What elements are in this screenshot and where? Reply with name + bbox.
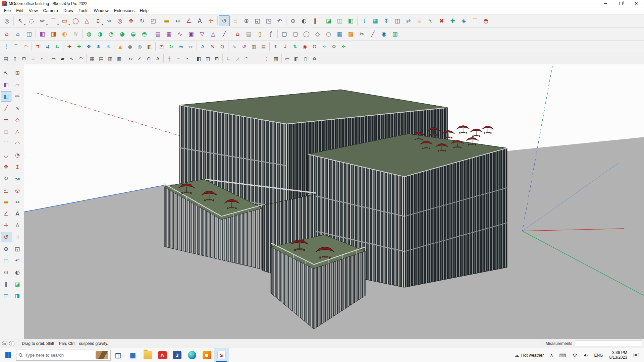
jhs-powerbar[interactable]: ƒ bbox=[265, 28, 276, 39]
previous-view-tool[interactable]: ↶ bbox=[274, 15, 285, 26]
frame-profile[interactable]: ▭ bbox=[49, 54, 58, 63]
solid-split[interactable]: ◓ bbox=[139, 28, 150, 39]
sandbox-add-detail[interactable]: △ bbox=[208, 28, 219, 39]
ext-smart-flatten[interactable]: ▦ bbox=[370, 15, 381, 26]
shape-circle[interactable]: ◯ bbox=[301, 28, 312, 39]
solid-intersect[interactable]: ◒ bbox=[128, 28, 139, 39]
pan-tool[interactable]: ☝ bbox=[12, 232, 23, 242]
protractor-tool[interactable]: ∠ bbox=[183, 15, 194, 26]
sandbox-from-scratch[interactable]: ▦ bbox=[163, 28, 174, 39]
file-explorer-app[interactable] bbox=[140, 348, 155, 362]
dim-linear[interactable]: ↔ bbox=[126, 54, 135, 63]
menu-camera[interactable]: Camera bbox=[41, 8, 61, 14]
ext-align[interactable]: ≡ bbox=[414, 15, 425, 26]
circle-tool[interactable]: ○ bbox=[1, 126, 11, 137]
shape-ellipse[interactable]: ○ bbox=[323, 28, 334, 39]
push-pull-tool[interactable]: ↥▾ bbox=[92, 15, 103, 26]
ext-hole-punch[interactable]: ◉ bbox=[378, 28, 389, 39]
primitive-box[interactable]: ◧ bbox=[145, 42, 154, 52]
add-vertex-green[interactable]: ✚ bbox=[74, 42, 84, 52]
clock[interactable]: 3:36 PM 8/13/2023 bbox=[606, 348, 631, 362]
gear-options[interactable]: ✿ bbox=[329, 42, 339, 52]
component-browser[interactable]: ◧ bbox=[1, 91, 11, 102]
fredo-scale[interactable]: ◰ bbox=[157, 42, 166, 52]
primitive-cone[interactable]: ▲ bbox=[115, 42, 125, 52]
previous-view-tool[interactable]: ↶ bbox=[12, 255, 23, 266]
extrude-profile[interactable]: ▰ bbox=[58, 54, 67, 63]
measurements-input[interactable] bbox=[575, 341, 642, 347]
3d-text-tool[interactable]: A bbox=[12, 220, 23, 231]
3d-warehouse[interactable]: ⌂ bbox=[1, 28, 12, 39]
move-vertex-blue[interactable]: ✥ bbox=[84, 42, 94, 52]
action-center-button[interactable] bbox=[631, 348, 642, 362]
menu-edit[interactable]: Edit bbox=[13, 8, 26, 14]
rectangle-tool[interactable]: ▭ bbox=[1, 115, 11, 125]
section-fill-toggle[interactable]: ◧ bbox=[345, 15, 356, 26]
ext-scissors[interactable]: ✂ bbox=[356, 28, 367, 39]
offset-tool[interactable]: ◎ bbox=[114, 15, 125, 26]
solid-subtract[interactable]: ◔ bbox=[106, 28, 117, 39]
axes-helper[interactable]: ✛ bbox=[339, 42, 348, 52]
joint-push-pull[interactable]: ⇈ bbox=[33, 42, 43, 52]
select-tool[interactable]: ↖▾ bbox=[15, 15, 26, 26]
menu-help[interactable]: Help bbox=[137, 8, 151, 14]
arch-window[interactable]: ⊞ bbox=[19, 54, 29, 63]
arch-wall[interactable]: ▤ bbox=[1, 54, 10, 63]
thaw-snowflake[interactable]: ✼ bbox=[103, 42, 113, 52]
scale-tool[interactable]: ◰ bbox=[148, 15, 159, 26]
task-view-button[interactable]: ◫ bbox=[111, 348, 125, 362]
text-tool[interactable]: A bbox=[194, 15, 205, 26]
rotate-tool[interactable]: ↻ bbox=[1, 173, 11, 184]
volume-button[interactable] bbox=[581, 348, 591, 362]
ext-letter-s[interactable]: S bbox=[208, 42, 217, 52]
orbit-tool[interactable]: ↺ bbox=[219, 15, 230, 26]
swap-tool[interactable]: ⇅ bbox=[290, 42, 300, 52]
axes-tool[interactable]: ✛ bbox=[1, 220, 11, 231]
chamfer-edge[interactable]: ◿ bbox=[233, 54, 242, 63]
zoom-tool[interactable]: ⊕ bbox=[241, 15, 252, 26]
line-tool[interactable]: ╱ bbox=[1, 103, 11, 113]
polygon-tool[interactable]: △ bbox=[12, 126, 23, 137]
select-tool[interactable]: ↖ bbox=[1, 68, 11, 78]
arch-door[interactable]: ▯ bbox=[10, 54, 19, 63]
sweep-path[interactable]: ∿ bbox=[67, 54, 76, 63]
rotated-rectangle-tool[interactable]: ◇ bbox=[12, 115, 23, 125]
louver-horizontal[interactable]: ▤ bbox=[97, 54, 106, 63]
edge-tools-divide[interactable]: ┆ bbox=[1, 42, 11, 52]
ext-mirror[interactable]: ◫ bbox=[392, 15, 403, 26]
section-display-toggle[interactable]: ◫ bbox=[1, 291, 11, 301]
search-highlight-thumbnail[interactable] bbox=[96, 351, 108, 359]
orbit-tool[interactable]: ↺ bbox=[1, 232, 11, 242]
sandbox-smoove[interactable]: ∿ bbox=[174, 28, 185, 39]
edge-app[interactable] bbox=[184, 348, 199, 362]
stretch-tool[interactable]: ↦ bbox=[186, 42, 196, 52]
lower-arrow[interactable]: ↓ bbox=[280, 42, 290, 52]
sandbox-stamp[interactable]: ▣ bbox=[185, 28, 197, 39]
louver-vertical[interactable]: ▥ bbox=[106, 54, 115, 63]
array-linear[interactable]: ⋯ bbox=[253, 54, 262, 63]
make-component[interactable]: ⊞ bbox=[12, 68, 23, 78]
paint-bucket-tool[interactable]: ◧ bbox=[1, 79, 11, 90]
scale-tool[interactable]: ◰ bbox=[1, 185, 11, 195]
loft-tool[interactable]: ◠ bbox=[76, 54, 85, 63]
text-tool[interactable]: A bbox=[12, 208, 23, 219]
reference-plane[interactable]: ─ bbox=[174, 54, 183, 63]
section-fill-toggle[interactable]: ◨ bbox=[12, 291, 23, 301]
zoom-window-tool[interactable]: ◱ bbox=[252, 15, 263, 26]
freeze-snowflake[interactable]: ✻ bbox=[94, 42, 103, 52]
pan-tool[interactable]: ☝ bbox=[230, 15, 241, 26]
solid-trim[interactable]: ◕ bbox=[117, 28, 128, 39]
sandbox-drape[interactable]: ▽ bbox=[197, 28, 208, 39]
edge-tools-weld[interactable]: ⌒ bbox=[11, 42, 21, 52]
walk-tool[interactable]: ∥ bbox=[310, 15, 321, 26]
axis-grid[interactable]: ┼ bbox=[165, 54, 174, 63]
circle-tool[interactable]: ◯ bbox=[70, 15, 81, 26]
corner-trim[interactable]: ∟ bbox=[224, 54, 233, 63]
ext-knife[interactable]: ╱ bbox=[367, 28, 378, 39]
ext-vertical-move[interactable]: ↕ bbox=[381, 15, 392, 26]
intersect-faces[interactable]: ⊞ bbox=[212, 54, 221, 63]
position-camera-tool[interactable]: ⊙ bbox=[287, 15, 299, 26]
lasso-select-tool[interactable]: ◌ bbox=[26, 15, 37, 26]
ext-selection-toys[interactable]: ◈ bbox=[458, 15, 469, 26]
share-model[interactable]: ⌂ bbox=[12, 28, 23, 39]
